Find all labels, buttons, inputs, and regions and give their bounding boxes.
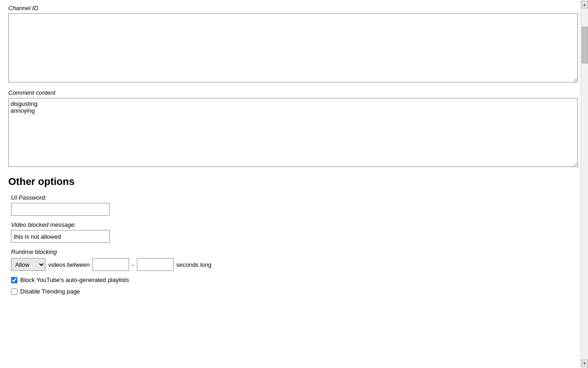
video-blocked-message-section: Video blocked message: [11, 221, 580, 243]
scrollbar-arrow-up[interactable]: ▲ [582, 1, 588, 8]
disable-trending-label[interactable]: Disable Trending page [20, 288, 80, 295]
video-blocked-message-label: Video blocked message: [11, 221, 580, 228]
range-min-input[interactable] [92, 258, 129, 271]
other-options-heading: Other options [8, 176, 580, 188]
block-playlists-row: Block YouTube's auto-generated playlists [11, 276, 580, 283]
disable-trending-checkbox[interactable] [11, 288, 17, 295]
block-playlists-checkbox[interactable] [11, 277, 17, 283]
channel-id-label: Channel ID [8, 5, 580, 12]
comment-content-section: Comment content disgusting annoying [8, 89, 580, 168]
allow-select[interactable]: Allow Block [11, 258, 45, 271]
range-separator: - [132, 261, 134, 268]
ui-password-section: UI Password: [11, 194, 580, 216]
range-max-input[interactable] [137, 258, 174, 271]
runtime-blocking-section: Runtime blocking Allow Block videos betw… [11, 248, 580, 271]
disable-trending-row: Disable Trending page [11, 288, 580, 295]
scrollbar-arrow-down[interactable]: ▼ [582, 360, 588, 367]
comment-content-textarea[interactable]: disgusting annoying [8, 98, 578, 167]
ui-password-input[interactable] [11, 203, 110, 216]
seconds-long-text: seconds long [176, 261, 212, 268]
block-playlists-label[interactable]: Block YouTube's auto-generated playlists [20, 276, 129, 283]
other-options-section: UI Password: Video blocked message: Runt… [8, 194, 580, 295]
channel-id-section: Channel ID [8, 5, 580, 84]
scrollbar-thumb[interactable] [582, 27, 588, 63]
videos-between-text: videos between [48, 261, 90, 268]
runtime-blocking-row: Allow Block videos between - seconds lon… [11, 258, 580, 271]
comment-content-label: Comment content [8, 89, 580, 96]
video-blocked-message-input[interactable] [11, 230, 110, 243]
channel-id-textarea[interactable] [8, 13, 578, 82]
scrollbar-track: ▲ ▼ [581, 0, 588, 368]
page-container: Channel ID Comment content disgusting an… [0, 0, 588, 304]
ui-password-label: UI Password: [11, 194, 580, 201]
runtime-blocking-label: Runtime blocking [11, 248, 580, 255]
